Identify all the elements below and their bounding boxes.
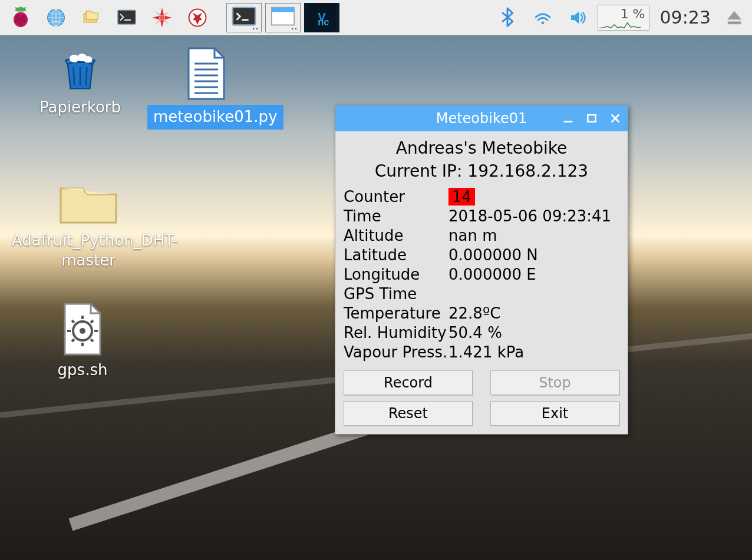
minimize-button[interactable] (560, 111, 576, 126)
desktop-icon-meteobike-py[interactable]: meteobike01.py (147, 46, 265, 130)
close-button[interactable] (608, 111, 623, 126)
value-vapour: 1.421 kPa (448, 343, 619, 361)
label-counter: Counter (344, 188, 448, 206)
eject-button[interactable] (721, 2, 747, 34)
row-vapour: Vapour Press. 1.421 kPa (344, 343, 619, 361)
taskbar: .. .. V nc 1 % (0, 0, 752, 35)
row-humidity: Rel. Humidity 50.4 % (344, 324, 619, 342)
reset-button[interactable]: Reset (344, 401, 473, 426)
svg-point-3 (15, 19, 19, 23)
close-icon (609, 112, 622, 125)
task-vnc[interactable]: V nc (304, 3, 339, 32)
meteobike-window: Meteobike01 Andreas's Meteobike Current … (335, 105, 628, 435)
bluetooth-icon (496, 6, 519, 29)
titlebar[interactable]: Meteobike01 (335, 105, 628, 131)
eject-icon (723, 6, 746, 29)
volume-button[interactable] (562, 2, 594, 34)
raspberry-pi-icon (9, 6, 32, 29)
vnc-icon: V nc (305, 4, 339, 32)
row-gpstime: GPS Time (344, 285, 619, 303)
cpu-monitor[interactable]: 1 % (598, 5, 649, 31)
label-gpstime: GPS Time (344, 285, 448, 303)
text-file-icon (183, 46, 230, 101)
row-altitude: Altitude nan m (344, 227, 619, 244)
svg-point-4 (22, 19, 27, 23)
value-altitude: nan m (448, 227, 619, 244)
wolf-icon (186, 6, 209, 29)
desktop-icon-label: meteobike01.py (147, 105, 283, 130)
svg-point-19 (160, 15, 164, 20)
task-terminal[interactable]: .. (226, 3, 262, 32)
window-body: Andreas's Meteobike Current IP: 192.168.… (335, 131, 628, 434)
exit-button[interactable]: Exit (490, 401, 619, 426)
value-humidity: 50.4 % (448, 324, 619, 342)
desktop-icon-adafruit[interactable]: Adafruit_Python_DHT-master (12, 177, 165, 271)
svg-point-33 (84, 56, 93, 62)
svg-point-28 (541, 21, 544, 24)
app-ip-line: Current IP: 192.168.2.123 (344, 161, 619, 181)
cpu-percent: 1 % (621, 6, 645, 21)
label-vapour: Vapour Press. (344, 343, 448, 361)
row-time: Time 2018-05-06 09:23:41 (344, 207, 619, 225)
folder-icon (56, 177, 121, 227)
svg-point-5 (18, 17, 22, 21)
file-manager-button[interactable] (75, 2, 107, 34)
svg-line-50 (91, 320, 93, 323)
svg-rect-30 (728, 21, 741, 24)
folders-icon (80, 6, 103, 29)
svg-line-51 (72, 339, 74, 342)
clock[interactable]: 09:23 (653, 7, 718, 28)
svg-line-34 (74, 67, 75, 85)
task-window-meteobike[interactable]: .. (265, 3, 301, 32)
value-temperature: 22.8ºC (448, 304, 619, 322)
label-altitude: Altitude (344, 227, 448, 244)
row-longitude: Longitude 0.000000 E (344, 266, 619, 283)
record-button[interactable]: Record (344, 370, 473, 395)
value-counter: 14 (448, 188, 475, 206)
svg-line-49 (72, 320, 74, 323)
svg-rect-54 (588, 115, 595, 122)
label-latitude: Latitude (344, 246, 448, 264)
terminal-icon (115, 6, 138, 29)
stop-button[interactable]: Stop (490, 370, 619, 395)
svg-rect-24 (272, 7, 294, 12)
wifi-icon (531, 6, 555, 29)
terminal-button[interactable] (111, 2, 143, 34)
globe-icon (44, 6, 68, 29)
bluetooth-button[interactable] (492, 2, 523, 34)
desktop-icon-label: gps.sh (24, 360, 141, 380)
maximize-icon (586, 112, 598, 124)
trash-icon (55, 46, 105, 94)
wolfram-button[interactable] (182, 2, 213, 34)
value-latitude: 0.000000 N (448, 246, 619, 264)
label-temperature: Temperature (344, 304, 448, 322)
svg-marker-12 (164, 15, 172, 19)
desktop-icon-gps-sh[interactable]: gps.sh (24, 301, 141, 380)
label-time: Time (344, 207, 448, 225)
value-gpstime (448, 285, 619, 303)
svg-marker-11 (160, 8, 164, 15)
row-temperature: Temperature 22.8ºC (344, 304, 619, 322)
spikey-icon (150, 6, 174, 29)
svg-point-6 (18, 22, 22, 26)
svg-line-36 (86, 67, 87, 85)
desktop-icon-trash[interactable]: Papierkorb (21, 46, 139, 118)
desktop-icon-label: Papierkorb (21, 98, 139, 118)
svg-text:nc: nc (318, 16, 329, 27)
mathematica-button[interactable] (146, 2, 178, 34)
window-title: Meteobike01 (430, 110, 533, 127)
value-longitude: 0.000000 E (448, 266, 619, 283)
start-menu-button[interactable] (5, 2, 37, 34)
maximize-button[interactable] (584, 111, 599, 126)
script-file-icon (59, 301, 106, 357)
svg-marker-17 (155, 19, 161, 25)
task-dots: .. (291, 19, 298, 32)
svg-marker-15 (163, 11, 169, 16)
svg-rect-9 (118, 10, 136, 24)
cpu-graph-icon (599, 21, 641, 29)
svg-marker-18 (155, 11, 161, 16)
web-browser-button[interactable] (40, 2, 72, 34)
desktop-icon-label: Adafruit_Python_DHT-master (12, 231, 165, 271)
wifi-button[interactable] (527, 2, 559, 34)
svg-point-44 (80, 328, 85, 334)
